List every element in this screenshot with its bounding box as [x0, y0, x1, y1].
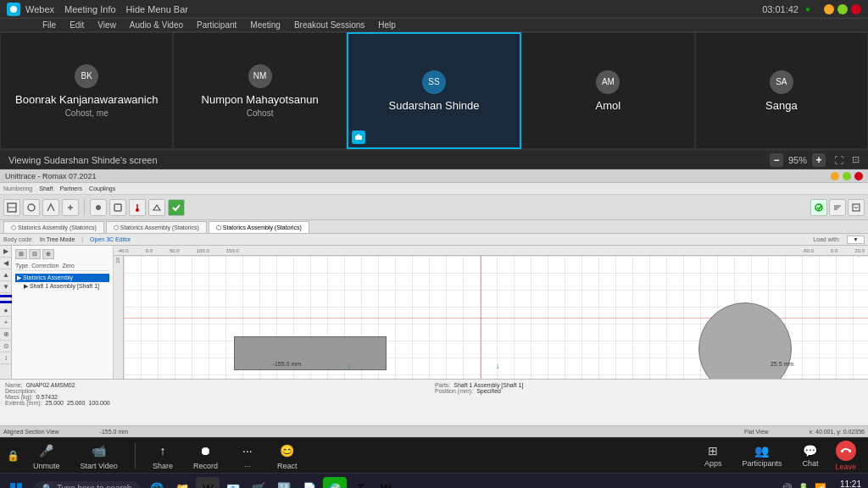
toolbar-btn-2[interactable] — [23, 199, 40, 216]
taskbar-webex[interactable]: W — [196, 477, 220, 489]
tree-tool-3[interactable]: ⊕ — [42, 249, 54, 259]
menu-file[interactable]: File — [42, 20, 56, 30]
cad-menu-partners[interactable]: Partners — [60, 186, 82, 191]
zoom-level: 95% — [788, 155, 807, 165]
participant-avatar-1: BK — [75, 64, 98, 88]
taskbar-edge[interactable]: 🌐 — [145, 477, 169, 489]
toolbar-btn-5[interactable] — [90, 199, 107, 216]
menu-breakout[interactable]: Breakout Sessions — [294, 20, 364, 30]
cad-load-dropdown[interactable]: ▼ — [847, 236, 865, 244]
tree-tool-2[interactable]: ⊟ — [29, 249, 41, 259]
prop-name-row: Name: GNAP02 AMSM02 — [5, 382, 433, 388]
search-input[interactable]: Type here to search — [57, 484, 131, 488]
leave-button[interactable]: Leave — [830, 439, 861, 473]
leave-label: Leave — [835, 463, 856, 471]
side-btn-6[interactable]: + — [0, 317, 12, 329]
menu-hide-menu[interactable]: Hide Menu Bar — [126, 4, 188, 14]
toolbar-right-btn-1[interactable] — [810, 199, 827, 216]
apps-button[interactable]: ⊞ Apps — [696, 441, 731, 471]
toolbar-btn-1[interactable] — [3, 199, 20, 216]
chat-button[interactable]: 💬 Chat — [793, 441, 826, 471]
cad-minimize[interactable] — [831, 172, 839, 180]
reaction-button[interactable]: 😊 React — [270, 438, 304, 474]
taskbar-files[interactable]: 📁 — [170, 477, 194, 489]
toolbar-right-btn-2[interactable] — [829, 199, 846, 216]
toolbar-btn-6[interactable] — [109, 199, 126, 216]
popout-icon[interactable]: ⊡ — [852, 154, 860, 165]
close-button[interactable] — [851, 4, 861, 14]
side-btn-3[interactable]: ▲ — [0, 269, 12, 281]
unmute-button[interactable]: 🎤 Unmute — [26, 438, 67, 474]
start-button[interactable] — [3, 476, 29, 489]
taskbar-chrome[interactable]: 🌍 — [323, 477, 347, 489]
participant-tile-2[interactable]: NM Numpon Mahayotsanun Cohost — [173, 32, 346, 149]
menu-meeting-info[interactable]: Meeting Info — [64, 4, 116, 14]
fullscreen-icon[interactable]: ⛶ — [834, 155, 843, 165]
taskbar-acrobat[interactable]: 📄 — [298, 477, 321, 489]
clock-time: 11:21 — [840, 480, 861, 488]
cad-tab-1[interactable]: ⬡ Statorics Assembly (Statorics) — [3, 221, 104, 233]
prop-position-value: Specified — [476, 388, 501, 394]
toolbar-right-btn-3[interactable] — [848, 199, 865, 216]
cad-open3c-btn[interactable]: Open 3C Editor — [90, 236, 131, 242]
system-clock[interactable]: 11:21 2/2/2566 — [832, 480, 861, 488]
menu-edit[interactable]: Edit — [70, 20, 84, 30]
cad-tab-2[interactable]: ⬡ Statorics Assembly (Statorics) — [106, 221, 207, 233]
side-btn-2[interactable]: ◀ — [0, 258, 12, 269]
cad-menu-shaft[interactable]: Shaft — [39, 186, 53, 191]
taskbar-calc[interactable]: 🔢 — [272, 477, 296, 489]
cad-maximize[interactable] — [843, 172, 851, 180]
zoom-out-button[interactable]: − — [770, 153, 783, 167]
cad-shaft-rect — [234, 336, 387, 370]
side-btn-7[interactable]: ⊕ — [0, 329, 12, 341]
cad-viewport[interactable]: -155.0 mm 25.5 mm ↓ ↓ — [124, 256, 868, 379]
cad-title: Unittrace - Romax 07.2021 — [5, 172, 97, 180]
tree-item-root-label: ▶ Statorics Assembly — [17, 274, 73, 280]
participant-tile-4[interactable]: AM Amol — [521, 32, 694, 149]
share-button[interactable]: ↑ Share — [146, 438, 180, 474]
svg-rect-7 — [114, 204, 121, 211]
cad-tab-3[interactable]: ⬡ Statorics Assembly (Statorics) — [209, 221, 309, 233]
side-btn-1[interactable]: ▶ — [0, 246, 12, 258]
tree-item-root[interactable]: ▶ Statorics Assembly — [15, 274, 109, 282]
cad-status-bar: Aligned Section View -155.0 mm Flat View… — [0, 425, 868, 437]
maximize-button[interactable] — [837, 4, 848, 14]
taskbar-teams[interactable]: T — [348, 477, 372, 489]
video-label: Start Video — [81, 462, 118, 470]
cad-code-label: Body code: — [3, 236, 33, 242]
cad-close[interactable] — [854, 172, 863, 180]
menu-participant[interactable]: Participant — [197, 20, 236, 30]
toolbar-btn-4[interactable] — [62, 199, 79, 216]
taskbar-word[interactable]: W — [374, 477, 398, 489]
zoom-in-button[interactable]: + — [812, 153, 826, 167]
menu-view[interactable]: View — [97, 20, 116, 30]
svg-marker-2 — [357, 134, 360, 136]
status-icon: ● — [805, 4, 810, 14]
taskbar-search[interactable]: 🔍 Type here to search — [34, 481, 140, 488]
side-btn-9[interactable]: ↕ — [0, 352, 12, 364]
taskbar-mail[interactable]: 📧 — [221, 477, 245, 489]
menu-meeting[interactable]: Meeting — [250, 20, 281, 30]
start-video-button[interactable]: 📹 Start Video — [74, 438, 125, 474]
toolbar-btn-check[interactable] — [168, 199, 185, 216]
menu-audio-video[interactable]: Audio & Video — [130, 20, 183, 30]
side-btn-4[interactable]: ▼ — [0, 281, 12, 293]
more-options-button[interactable]: ··· ··· — [231, 438, 264, 474]
participants-button[interactable]: 👥 Participants — [733, 441, 790, 471]
record-button[interactable]: ⏺ Record — [186, 438, 225, 474]
tree-item-shaft1[interactable]: ▶ Shaft 1 Assembly [Shaft 1] — [15, 282, 109, 291]
participant-tile-1[interactable]: BK Boonrak Kanjanawarawanich Cohost, me — [0, 32, 173, 149]
participant-tile-3[interactable]: SS Sudarshan Shinde — [347, 32, 521, 149]
taskbar-apps: 🌐 📁 W 📧 🛒 🔢 📄 🌍 T W — [145, 477, 779, 489]
toolbar-btn-3[interactable] — [42, 199, 59, 216]
side-btn-8[interactable]: ⊙ — [0, 341, 12, 352]
tree-tool-1[interactable]: ⊞ — [15, 249, 27, 259]
menu-help[interactable]: Help — [378, 20, 396, 30]
toolbar-btn-mount[interactable] — [148, 199, 165, 216]
minimize-button[interactable] — [824, 4, 834, 14]
taskbar-store[interactable]: 🛒 — [247, 477, 270, 489]
cad-menu-couplings[interactable]: Couplings — [89, 186, 115, 191]
toolbar-btn-temperature[interactable] — [129, 199, 146, 216]
participant-tile-5[interactable]: SA Sanga — [695, 32, 868, 149]
side-btn-5[interactable]: ● — [0, 305, 12, 317]
